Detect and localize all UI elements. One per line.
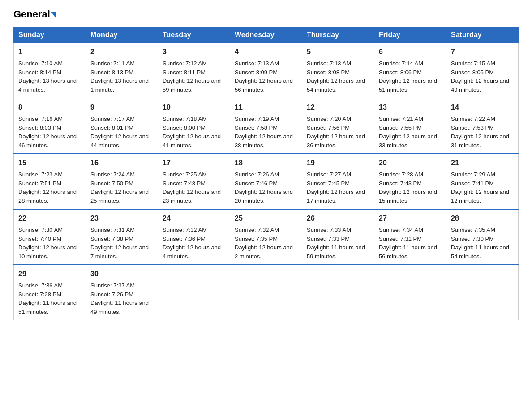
sunset-text: Sunset: 8:14 PM bbox=[18, 69, 61, 76]
calendar-cell: 15Sunrise: 7:23 AMSunset: 7:51 PMDayligh… bbox=[14, 154, 86, 209]
daylight-text: Daylight: 12 hours and 59 minutes. bbox=[163, 77, 221, 93]
sunset-text: Sunset: 7:41 PM bbox=[451, 180, 494, 187]
daylight-text: Daylight: 12 hours and 4 minutes. bbox=[163, 244, 221, 260]
calendar-cell: 4Sunrise: 7:13 AMSunset: 8:09 PMDaylight… bbox=[230, 43, 302, 98]
daylight-text: Daylight: 12 hours and 12 minutes. bbox=[451, 188, 509, 204]
sunset-text: Sunset: 8:06 PM bbox=[379, 69, 422, 76]
sunset-text: Sunset: 7:30 PM bbox=[451, 235, 494, 242]
calendar-cell: 22Sunrise: 7:30 AMSunset: 7:40 PMDayligh… bbox=[14, 209, 86, 265]
daylight-text: Daylight: 12 hours and 17 minutes. bbox=[307, 188, 365, 204]
sunset-text: Sunset: 8:03 PM bbox=[18, 124, 61, 131]
col-header-tuesday: Tuesday bbox=[158, 27, 230, 43]
calendar-cell: 13Sunrise: 7:21 AMSunset: 7:55 PMDayligh… bbox=[374, 98, 446, 154]
daylight-text: Daylight: 12 hours and 2 minutes. bbox=[235, 244, 293, 260]
daylight-text: Daylight: 12 hours and 54 minutes. bbox=[307, 77, 365, 93]
daylight-text: Daylight: 12 hours and 25 minutes. bbox=[90, 188, 149, 204]
day-number: 3 bbox=[163, 47, 225, 57]
col-header-wednesday: Wednesday bbox=[230, 27, 302, 43]
sunrise-text: Sunrise: 7:24 AM bbox=[90, 171, 135, 178]
calendar-cell: 27Sunrise: 7:34 AMSunset: 7:31 PMDayligh… bbox=[374, 209, 446, 265]
sunrise-text: Sunrise: 7:14 AM bbox=[379, 60, 423, 67]
daylight-text: Daylight: 12 hours and 10 minutes. bbox=[18, 244, 77, 260]
sunrise-text: Sunrise: 7:11 AM bbox=[90, 60, 135, 67]
day-number: 14 bbox=[451, 102, 514, 113]
sunset-text: Sunset: 7:53 PM bbox=[451, 124, 494, 131]
day-number: 15 bbox=[18, 158, 81, 168]
day-number: 12 bbox=[307, 102, 369, 113]
sunset-text: Sunset: 7:40 PM bbox=[18, 235, 61, 242]
sunset-text: Sunset: 7:33 PM bbox=[307, 235, 350, 242]
calendar-cell: 20Sunrise: 7:28 AMSunset: 7:43 PMDayligh… bbox=[374, 154, 446, 209]
day-number: 22 bbox=[18, 213, 81, 224]
calendar-cell: 25Sunrise: 7:32 AMSunset: 7:35 PMDayligh… bbox=[230, 209, 302, 265]
daylight-text: Daylight: 12 hours and 46 minutes. bbox=[18, 133, 77, 149]
calendar-cell: 23Sunrise: 7:31 AMSunset: 7:38 PMDayligh… bbox=[86, 209, 158, 265]
col-header-thursday: Thursday bbox=[302, 27, 374, 43]
sunset-text: Sunset: 7:28 PM bbox=[18, 291, 61, 298]
sunset-text: Sunset: 7:50 PM bbox=[90, 180, 133, 187]
day-number: 8 bbox=[18, 102, 81, 113]
sunrise-text: Sunrise: 7:34 AM bbox=[379, 227, 423, 233]
calendar-cell: 3Sunrise: 7:12 AMSunset: 8:11 PMDaylight… bbox=[158, 43, 230, 98]
daylight-text: Daylight: 12 hours and 31 minutes. bbox=[451, 133, 509, 149]
day-number: 1 bbox=[18, 47, 81, 57]
week-row-1: 1Sunrise: 7:10 AMSunset: 8:14 PMDaylight… bbox=[14, 43, 519, 98]
calendar-cell: 8Sunrise: 7:16 AMSunset: 8:03 PMDaylight… bbox=[14, 98, 86, 154]
sunrise-text: Sunrise: 7:17 AM bbox=[90, 116, 135, 122]
sunrise-text: Sunrise: 7:21 AM bbox=[379, 116, 423, 122]
sunrise-text: Sunrise: 7:32 AM bbox=[163, 227, 207, 233]
sunset-text: Sunset: 8:11 PM bbox=[163, 69, 206, 76]
day-number: 6 bbox=[379, 47, 442, 57]
sunset-text: Sunset: 7:46 PM bbox=[235, 180, 278, 187]
calendar-cell: 24Sunrise: 7:32 AMSunset: 7:36 PMDayligh… bbox=[158, 209, 230, 265]
daylight-text: Daylight: 12 hours and 23 minutes. bbox=[163, 188, 221, 204]
calendar-cell bbox=[302, 265, 374, 320]
daylight-text: Daylight: 11 hours and 54 minutes. bbox=[451, 244, 509, 260]
day-number: 20 bbox=[379, 158, 442, 168]
day-number: 9 bbox=[90, 102, 153, 113]
daylight-text: Daylight: 12 hours and 28 minutes. bbox=[18, 188, 77, 204]
calendar-cell: 12Sunrise: 7:20 AMSunset: 7:56 PMDayligh… bbox=[302, 98, 374, 154]
day-number: 29 bbox=[18, 269, 81, 279]
daylight-text: Daylight: 11 hours and 49 minutes. bbox=[90, 300, 149, 315]
sunrise-text: Sunrise: 7:27 AM bbox=[307, 171, 351, 178]
day-number: 19 bbox=[307, 158, 369, 168]
sunrise-text: Sunrise: 7:18 AM bbox=[163, 116, 207, 122]
sunrise-text: Sunrise: 7:20 AM bbox=[307, 116, 351, 122]
col-header-sunday: Sunday bbox=[14, 27, 86, 43]
day-number: 16 bbox=[90, 158, 153, 168]
sunrise-text: Sunrise: 7:35 AM bbox=[451, 227, 495, 233]
sunset-text: Sunset: 7:48 PM bbox=[163, 180, 206, 187]
day-number: 7 bbox=[451, 47, 514, 57]
day-number: 5 bbox=[307, 47, 369, 57]
col-header-saturday: Saturday bbox=[446, 27, 519, 43]
week-row-2: 8Sunrise: 7:16 AMSunset: 8:03 PMDaylight… bbox=[14, 98, 519, 154]
logo: General bbox=[13, 9, 56, 20]
day-number: 13 bbox=[379, 102, 442, 113]
col-header-friday: Friday bbox=[374, 27, 446, 43]
calendar-cell: 28Sunrise: 7:35 AMSunset: 7:30 PMDayligh… bbox=[446, 209, 519, 265]
week-row-5: 29Sunrise: 7:36 AMSunset: 7:28 PMDayligh… bbox=[14, 265, 519, 320]
sunrise-text: Sunrise: 7:37 AM bbox=[90, 282, 135, 289]
calendar-cell: 1Sunrise: 7:10 AMSunset: 8:14 PMDaylight… bbox=[14, 43, 86, 98]
calendar-cell bbox=[446, 265, 519, 320]
daylight-text: Daylight: 11 hours and 51 minutes. bbox=[18, 300, 77, 315]
daylight-text: Daylight: 12 hours and 56 minutes. bbox=[235, 77, 293, 93]
sunset-text: Sunset: 7:36 PM bbox=[163, 235, 206, 242]
sunrise-text: Sunrise: 7:16 AM bbox=[18, 116, 63, 122]
day-number: 26 bbox=[307, 213, 369, 224]
calendar-cell: 14Sunrise: 7:22 AMSunset: 7:53 PMDayligh… bbox=[446, 98, 519, 154]
day-number: 2 bbox=[90, 47, 153, 57]
sunset-text: Sunset: 8:00 PM bbox=[163, 124, 206, 131]
col-header-monday: Monday bbox=[86, 27, 158, 43]
day-number: 10 bbox=[163, 102, 225, 113]
calendar-header-row: SundayMondayTuesdayWednesdayThursdayFrid… bbox=[14, 27, 519, 43]
calendar-cell: 17Sunrise: 7:25 AMSunset: 7:48 PMDayligh… bbox=[158, 154, 230, 209]
day-number: 23 bbox=[90, 213, 153, 224]
logo-line1: General bbox=[13, 9, 56, 20]
sunset-text: Sunset: 8:09 PM bbox=[235, 69, 278, 76]
day-number: 30 bbox=[90, 269, 153, 279]
day-number: 27 bbox=[379, 213, 442, 224]
calendar-cell: 9Sunrise: 7:17 AMSunset: 8:01 PMDaylight… bbox=[86, 98, 158, 154]
day-number: 25 bbox=[235, 213, 297, 224]
